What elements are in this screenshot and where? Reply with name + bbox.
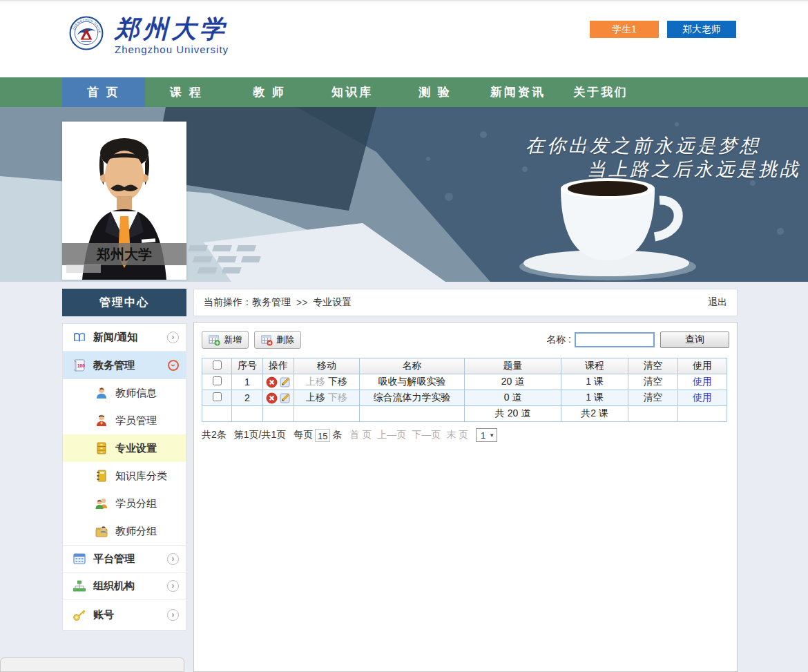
main-content: 新增 删除 名称 : 查询 序号 操作 移动 <box>193 322 738 672</box>
last-page-link: 末 页 <box>446 429 468 441</box>
nav-item-home[interactable]: 首 页 <box>62 77 145 107</box>
select-all-checkbox[interactable] <box>213 361 222 369</box>
university-seal-icon: ZHENGZHOU UNIVERSITY <box>69 16 104 50</box>
sidebar-item-org-structure[interactable]: 组织机构 › <box>63 573 186 600</box>
nav-item-knowledge-base[interactable]: 知识库 <box>311 77 394 107</box>
dropdown-arrow-icon: ▼ <box>489 432 494 439</box>
avatar-caption-band: 郑州大学 <box>62 243 186 265</box>
sidebar-item-label: 平台管理 <box>93 553 167 566</box>
teacher-button[interactable]: 郑大老师 <box>667 21 736 38</box>
sidebar-item-student-manage[interactable]: 学员管理 <box>63 407 186 434</box>
col-use: 使用 <box>678 358 727 374</box>
sidebar: 新闻/通知 › 100 教务管理 › 教师信息 学员管理 <box>62 323 186 631</box>
breadcrumb-section[interactable]: 教务管理 <box>252 296 291 309</box>
breadcrumb: 当前操作： 教务管理 >> 专业设置 退出 <box>193 289 738 316</box>
student-button[interactable]: 学生1 <box>590 21 659 38</box>
banner-slogan-line1: 在你出发之前永远是梦想 <box>526 133 761 158</box>
edit-row-icon[interactable] <box>279 392 291 404</box>
nav-item-news[interactable]: 新闻资讯 <box>477 77 559 107</box>
row-seq: 2 <box>232 390 263 406</box>
add-button-label: 新增 <box>224 334 242 346</box>
delete-row-icon[interactable] <box>266 392 278 404</box>
major-setting-icon <box>95 441 108 455</box>
nav-item-tests[interactable]: 测 验 <box>394 77 477 107</box>
delete-row-icon[interactable] <box>266 376 278 388</box>
search-label: 名称 : <box>546 334 571 346</box>
sidebar-item-teacher-info[interactable]: 教师信息 <box>63 379 186 407</box>
row-checkbox[interactable] <box>213 376 222 385</box>
banner: 在你出发之前永远是梦想 当上路之后永远是挑战 <box>0 107 808 282</box>
row-questions: 20 道 <box>465 374 561 390</box>
move-up-link: 上移 <box>306 376 325 387</box>
logout-link[interactable]: 退出 <box>708 296 727 309</box>
teacher-group-icon <box>95 524 108 538</box>
add-table-icon <box>209 334 220 346</box>
chevron-right-icon: › <box>167 553 179 565</box>
sidebar-item-label: 新闻/通知 <box>93 331 167 344</box>
edu-badge-text: 100 <box>77 363 85 368</box>
sidebar-item-edu-manage[interactable]: 100 教务管理 › <box>63 352 186 379</box>
nav-item-courses[interactable]: 课 程 <box>145 77 228 107</box>
move-down-link: 下移 <box>328 392 347 403</box>
sidebar-item-label: 知识库分类 <box>115 470 186 483</box>
table-row: 1 上移下移 吸收与解吸实验 20 道 1 课 清空 使用 <box>202 374 727 390</box>
add-button[interactable]: 新增 <box>202 331 249 349</box>
search-area: 名称 : 查询 <box>546 332 729 348</box>
avatar-caption: 郑州大学 <box>97 247 152 262</box>
sidebar-item-kb-category[interactable]: 知识库分类 <box>63 462 186 490</box>
university-name-en: Zhengzhou University <box>115 44 229 55</box>
row-checkbox[interactable] <box>213 392 222 401</box>
breadcrumb-current[interactable]: 专业设置 <box>313 296 352 309</box>
row-questions: 0 道 <box>465 390 561 406</box>
name-search-input[interactable] <box>575 332 655 347</box>
search-button[interactable]: 查询 <box>660 332 729 348</box>
courses-total: 共2 课 <box>561 406 628 422</box>
page-info: 第1页/共1页 <box>234 429 286 441</box>
header: ZHENGZHOU UNIVERSITY 郑州大学 Zhengzhou Univ… <box>0 0 808 77</box>
clear-link[interactable]: 清空 <box>644 376 663 387</box>
move-down-link[interactable]: 下移 <box>328 376 347 387</box>
chevron-right-icon: › <box>167 580 179 592</box>
page-select-value: 1 <box>481 430 485 441</box>
nav-item-about[interactable]: 关于我们 <box>559 77 642 107</box>
sidebar-item-news[interactable]: 新闻/通知 › <box>63 324 186 352</box>
university-logo[interactable]: ZHENGZHOU UNIVERSITY 郑州大学 Zhengzhou Univ… <box>69 14 229 55</box>
per-page-prefix: 每页 <box>294 429 313 441</box>
delete-button[interactable]: 删除 <box>254 331 301 349</box>
table-row: 2 上移下移 综合流体力学实验 0 道 1 课 清空 使用 <box>202 390 727 406</box>
total-count: 共2条 <box>202 429 227 441</box>
sidebar-item-account[interactable]: 账号 › <box>63 600 186 630</box>
logo-text: 郑州大学 Zhengzhou University <box>115 14 229 55</box>
student-manage-icon <box>95 414 108 428</box>
delete-table-icon <box>261 334 273 346</box>
news-icon <box>73 331 86 345</box>
clear-link[interactable]: 清空 <box>644 392 663 403</box>
use-link[interactable]: 使用 <box>693 376 712 387</box>
sidebar-item-label: 组织机构 <box>93 579 167 593</box>
col-operation: 操作 <box>263 358 294 374</box>
account-key-icon <box>73 608 86 622</box>
col-move: 移动 <box>294 358 360 374</box>
move-up-link[interactable]: 上移 <box>306 392 325 403</box>
sidebar-item-teacher-group[interactable]: 教师分组 <box>63 517 186 545</box>
summary-row: 共 20 道 共2 课 <box>202 406 727 422</box>
pagination: 共2条 第1页/共1页 每页 15 条 首 页 上—页 下—页 末 页 1 ▼ <box>202 428 729 442</box>
nav-item-teachers[interactable]: 教 师 <box>228 77 311 107</box>
chevron-right-icon: › <box>167 609 179 621</box>
sidebar-item-major-setting[interactable]: 专业设置 <box>63 434 186 462</box>
per-page-suffix: 条 <box>332 429 342 441</box>
kb-category-icon <box>95 469 108 483</box>
next-page-link: 下—页 <box>412 429 441 441</box>
use-link[interactable]: 使用 <box>693 392 712 403</box>
platform-manage-icon <box>73 552 86 566</box>
edit-row-icon[interactable] <box>279 376 291 388</box>
main-nav: 首 页 课 程 教 师 知识库 测 验 新闻资讯 关于我们 <box>0 77 808 107</box>
col-clear: 清空 <box>628 358 678 374</box>
per-page-input[interactable]: 15 <box>315 429 330 442</box>
questions-total: 共 20 道 <box>465 406 561 422</box>
sidebar-item-label: 教师信息 <box>115 387 186 400</box>
page-select[interactable]: 1 ▼ <box>476 428 497 442</box>
sidebar-item-student-group[interactable]: 学员分组 <box>63 490 186 517</box>
sidebar-item-platform-manage[interactable]: 平台管理 › <box>63 545 186 573</box>
col-seq: 序号 <box>232 358 263 374</box>
